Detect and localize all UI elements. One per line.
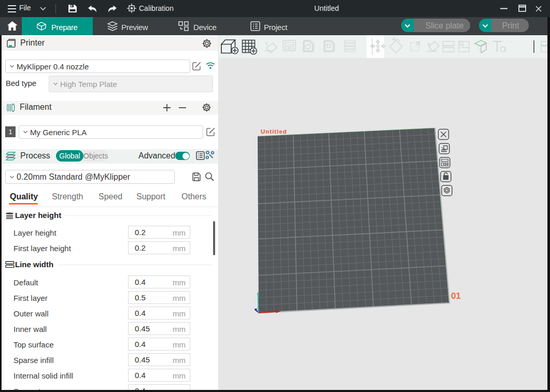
svg-text:Untitled: Untitled <box>261 128 287 135</box>
svg-text:01: 01 <box>451 291 461 301</box>
